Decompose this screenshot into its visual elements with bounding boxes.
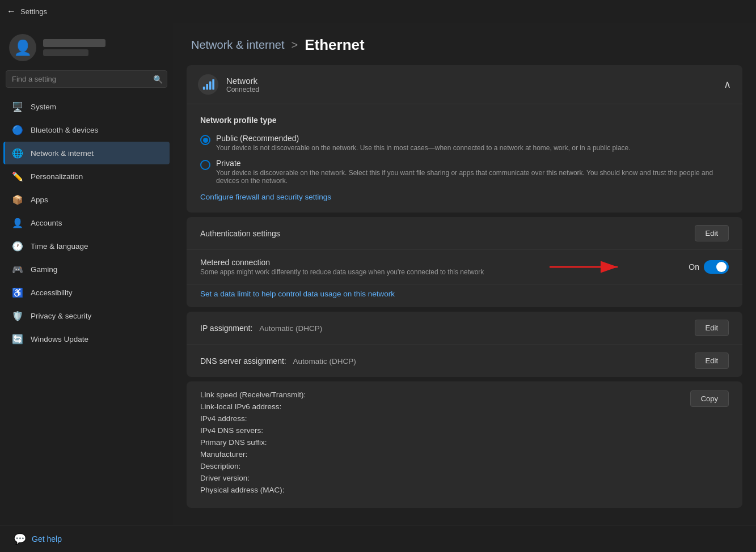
info-row-5: Manufacturer: [200, 450, 306, 458]
svg-rect-3 [212, 79, 214, 90]
update-icon: 🔄 [12, 334, 23, 344]
ip-edit-button[interactable]: Edit [695, 320, 729, 336]
user-name-bar [43, 39, 105, 47]
info-row-3: IPv4 DNS servers: [200, 426, 306, 435]
auth-row: Authentication settings Edit [187, 217, 742, 250]
collapse-button[interactable]: ∧ [724, 78, 731, 91]
dns-edit-button[interactable]: Edit [695, 353, 729, 369]
metered-row: Metered connection Some apps might work … [187, 250, 742, 285]
privacy-icon: 🛡️ [12, 311, 23, 321]
search-box: 🔍 [6, 70, 167, 88]
radio-private-label: Private [216, 159, 729, 168]
breadcrumb-parent[interactable]: Network & internet [191, 39, 285, 52]
content-area: Network & internet > Ethernet [173, 23, 756, 525]
network-info: Network Connected [226, 76, 259, 94]
dns-value: Automatic (DHCP) [293, 357, 356, 366]
red-arrow-annotation [550, 256, 629, 278]
data-limit-link[interactable]: Set a data limit to help control data us… [200, 290, 395, 298]
svg-rect-1 [206, 84, 208, 90]
radio-private[interactable]: Private Your device is discoverable on t… [200, 159, 729, 185]
time-icon: 🕐 [12, 241, 23, 251]
back-button[interactable]: ← [7, 6, 16, 16]
network-card: Network Connected ∧ Network profile type… [187, 65, 742, 213]
radio-public-text: Public (Recommended) Your device is not … [216, 134, 631, 152]
ip-label: IP assignment: [200, 324, 252, 333]
search-icon: 🔍 [153, 75, 163, 84]
svg-rect-0 [203, 87, 205, 90]
sidebar-item-accessibility[interactable]: ♿ Accessibility [3, 281, 170, 304]
radio-public-button[interactable] [200, 135, 210, 145]
bluetooth-icon: 🔵 [12, 125, 23, 135]
card-header: Network Connected ∧ [187, 65, 742, 104]
profile-section-title: Network profile type [200, 116, 729, 125]
radio-public-desc: Your device is not discoverable on the n… [216, 144, 631, 152]
sidebar-item-system[interactable]: 🖥️ System [3, 95, 170, 118]
info-row-1: Link-local IPv6 address: [200, 402, 306, 411]
sidebar-item-bluetooth[interactable]: 🔵 Bluetooth & devices [3, 118, 170, 141]
svg-rect-2 [209, 82, 212, 90]
card-header-left: Network Connected [198, 74, 259, 95]
titlebar: ← Settings [0, 0, 756, 23]
radio-private-desc: Your device is discoverable on the netwo… [216, 169, 729, 185]
titlebar-title: Settings [20, 7, 47, 16]
sidebar-item-network[interactable]: 🌐 Network & internet [3, 142, 170, 164]
dns-label: DNS server assignment: [200, 356, 286, 366]
copy-button[interactable]: Copy [690, 390, 729, 407]
dns-info: DNS server assignment: Automatic (DHCP) [200, 356, 356, 366]
info-labels: Link speed (Receive/Transmit): Link-loca… [200, 390, 306, 494]
user-section: 👤 [0, 23, 173, 70]
toggle-container: On [689, 260, 729, 274]
sidebar-item-label: System [31, 103, 56, 111]
info-row-0: Link speed (Receive/Transmit): [200, 390, 306, 399]
sidebar-item-label: Apps [31, 196, 48, 204]
sidebar-item-label: Accounts [31, 219, 62, 227]
info-row-4: Primary DNS suffix: [200, 438, 306, 447]
network-name: Network [226, 76, 259, 86]
toggle-thumb [716, 262, 727, 272]
network-status-icon [198, 74, 218, 95]
dns-row: DNS server assignment: Automatic (DHCP) … [187, 345, 742, 377]
main-layout: 👤 🔍 🖥️ System 🔵 Bluetooth & devices � [0, 23, 756, 525]
sidebar-item-update[interactable]: 🔄 Windows Update [3, 328, 170, 350]
radio-public-label: Public (Recommended) [216, 134, 631, 143]
sidebar-item-label: Gaming [31, 265, 57, 274]
auth-card: Authentication settings Edit Metered con… [187, 217, 742, 307]
gaming-icon: 🎮 [12, 264, 23, 274]
network-status-text: Connected [226, 86, 259, 94]
sidebar-item-label: Personalization [31, 172, 83, 181]
metered-desc: Some apps might work differently to redu… [200, 268, 484, 276]
sidebar-item-label: Network & internet [31, 149, 94, 158]
info-row-7: Driver version: [200, 474, 306, 482]
sidebar-item-time[interactable]: 🕐 Time & language [3, 235, 170, 257]
info-row-2: IPv4 address: [200, 414, 306, 423]
help-icon: 💬 [14, 533, 26, 545]
ip-value: Automatic (DHCP) [259, 324, 322, 333]
sidebar-item-apps[interactable]: 📦 Apps [3, 188, 170, 211]
ip-row: IP assignment: Automatic (DHCP) Edit [187, 312, 742, 345]
avatar-icon: 👤 [14, 39, 32, 57]
ip-info: IP assignment: Automatic (DHCP) [200, 324, 322, 333]
info-row-6: Description: [200, 462, 306, 470]
metered-info: Metered connection Some apps might work … [200, 258, 484, 276]
sidebar-item-label: Time & language [31, 242, 88, 250]
sidebar-item-gaming[interactable]: 🎮 Gaming [3, 258, 170, 281]
radio-group: Public (Recommended) Your device is not … [200, 134, 729, 185]
sidebar-item-label: Privacy & security [31, 312, 91, 320]
sidebar-item-privacy[interactable]: 🛡️ Privacy & security [3, 304, 170, 327]
radio-private-button[interactable] [200, 160, 210, 170]
user-name-block [43, 39, 105, 56]
auth-edit-button[interactable]: Edit [695, 225, 729, 241]
metered-toggle[interactable] [704, 260, 729, 274]
network-icon: 🌐 [12, 148, 23, 158]
radio-public[interactable]: Public (Recommended) Your device is not … [200, 134, 729, 152]
search-input[interactable] [6, 70, 167, 88]
sidebar-item-label: Accessibility [31, 288, 73, 297]
radio-private-text: Private Your device is discoverable on t… [216, 159, 729, 185]
sidebar-item-personalization[interactable]: ✏️ Personalization [3, 165, 170, 188]
sidebar-item-accounts[interactable]: 👤 Accounts [3, 211, 170, 234]
personalization-icon: ✏️ [12, 171, 23, 181]
accounts-icon: 👤 [12, 218, 23, 228]
apps-icon: 📦 [12, 194, 23, 205]
help-link[interactable]: Get help [32, 534, 62, 543]
firewall-link[interactable]: Configure firewall and security settings [200, 193, 331, 201]
